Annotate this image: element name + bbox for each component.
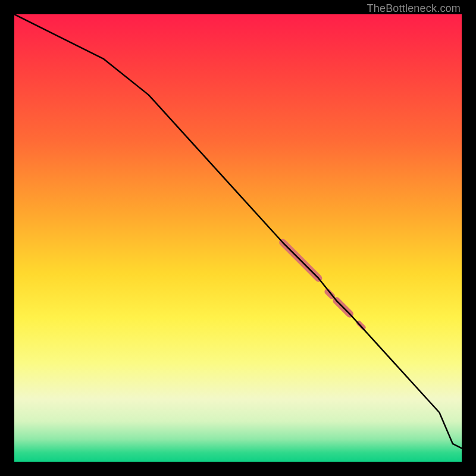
chart-stage: TheBottleneck.com xyxy=(0,0,476,476)
attribution-text: TheBottleneck.com xyxy=(367,2,461,15)
main-curve xyxy=(14,14,462,448)
chart-overlay-svg xyxy=(14,14,462,462)
gradient-plot-area xyxy=(14,14,462,462)
